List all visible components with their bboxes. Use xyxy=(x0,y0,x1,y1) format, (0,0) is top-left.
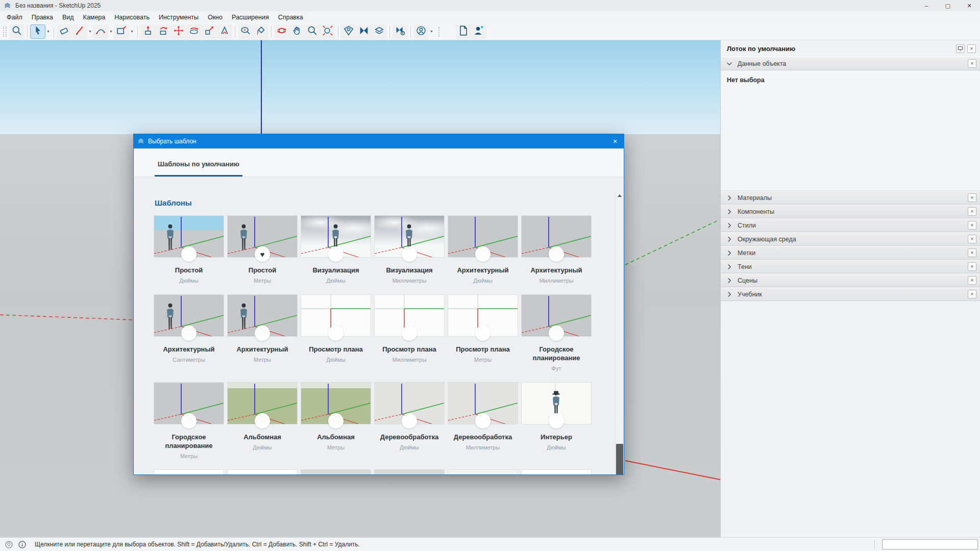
measurements-input[interactable] xyxy=(882,539,978,549)
favorite-button[interactable] xyxy=(255,325,270,341)
favorite-button[interactable] xyxy=(402,413,417,429)
scroll-up-button[interactable] xyxy=(616,191,624,199)
eraser-button[interactable] xyxy=(57,24,72,39)
tray-section-close-button[interactable]: × xyxy=(968,59,976,68)
template-card[interactable]: ПростойДюймы xyxy=(154,216,224,284)
toolbar-grip[interactable] xyxy=(438,27,452,37)
arc-button[interactable] xyxy=(93,24,108,39)
template-card[interactable]: Городское планированиеФут xyxy=(522,295,591,371)
template-card[interactable]: Просмотр планаМиллиметры xyxy=(375,295,444,363)
dropdown-caret-icon[interactable]: ▾ xyxy=(108,24,114,39)
favorite-button[interactable] xyxy=(475,325,491,341)
tray-section-close-button[interactable]: × xyxy=(968,290,976,298)
template-card[interactable]: ДеревообработкаМиллиметры xyxy=(448,383,518,450)
favorite-button[interactable] xyxy=(181,413,197,429)
account-button[interactable] xyxy=(413,24,429,39)
tray-section-close-button[interactable]: × xyxy=(968,193,976,202)
classifier-button[interactable] xyxy=(393,24,408,39)
tray-section-close-button[interactable]: × xyxy=(968,235,976,243)
zoom-button[interactable] xyxy=(305,24,320,39)
offset-button[interactable] xyxy=(217,24,232,39)
tray-section-close-button[interactable]: × xyxy=(968,207,976,216)
paint-bucket-button[interactable] xyxy=(253,24,268,39)
new-document-button[interactable] xyxy=(456,24,471,39)
template-card[interactable]: ♥ПростойМетры xyxy=(228,216,297,284)
template-card[interactable]: АрхитектурныйМетры xyxy=(228,295,297,363)
geolocation-icon[interactable] xyxy=(5,540,13,549)
tray-section-close-button[interactable]: × xyxy=(968,276,976,285)
rotate-button[interactable] xyxy=(186,24,202,39)
dialog-close-button[interactable]: × xyxy=(606,134,624,148)
select-button[interactable] xyxy=(30,24,45,39)
menu-item-7[interactable]: Расширения xyxy=(227,12,274,22)
minimize-button[interactable]: – xyxy=(916,0,937,11)
template-card[interactable]: АльбомнаяДюймы xyxy=(228,383,297,450)
follow-me-button[interactable] xyxy=(156,24,171,39)
tray-section-header[interactable]: Сцены× xyxy=(721,273,980,287)
tray-section-close-button[interactable]: × xyxy=(968,221,976,230)
template-card[interactable]: АрхитектурныйСантиметры xyxy=(154,295,224,363)
tape-measure-button[interactable] xyxy=(238,24,253,39)
menu-item-5[interactable]: Инструменты xyxy=(154,12,203,22)
move-button[interactable] xyxy=(171,24,186,39)
favorite-button[interactable] xyxy=(475,413,491,429)
info-icon[interactable] xyxy=(18,540,27,549)
dropdown-caret-icon[interactable]: ▾ xyxy=(129,24,135,39)
favorite-button[interactable] xyxy=(475,246,491,262)
favorite-button[interactable] xyxy=(181,325,197,341)
template-card[interactable]: ИнтерьерДюймы xyxy=(522,383,591,450)
zoom-extents-button[interactable] xyxy=(320,24,335,39)
rectangle-button[interactable] xyxy=(114,24,129,39)
section-display-button[interactable] xyxy=(372,24,387,39)
favorite-button[interactable] xyxy=(549,413,564,429)
orbit-button[interactable] xyxy=(274,24,289,39)
template-card[interactable]: ВизуализацияДюймы xyxy=(301,216,371,284)
scale-button[interactable] xyxy=(202,24,217,39)
favorite-button[interactable] xyxy=(402,325,417,341)
menu-item-8[interactable]: Справка xyxy=(274,12,308,22)
favorite-button[interactable] xyxy=(549,325,564,341)
template-card[interactable]: АрхитектурныйМиллиметры xyxy=(522,216,591,284)
tray-section-header[interactable]: Компоненты× xyxy=(721,205,980,218)
template-card[interactable]: Просмотр планаМетры xyxy=(448,295,518,363)
menu-item-1[interactable]: Правка xyxy=(27,12,58,22)
favorite-button[interactable] xyxy=(328,413,344,429)
template-card[interactable]: АрхитектурныйДюймы xyxy=(448,216,518,284)
menu-item-3[interactable]: Камера xyxy=(79,12,110,22)
template-card[interactable]: ВизуализацияМиллиметры xyxy=(375,216,444,284)
dialog-scrollbar[interactable] xyxy=(615,191,624,475)
tray-section-header[interactable]: Метки× xyxy=(721,246,980,260)
add-person-button[interactable] xyxy=(471,24,486,39)
menu-item-0[interactable]: Файл xyxy=(2,12,27,22)
tab-default-templates[interactable]: Шаблоны по умолчанию xyxy=(155,160,242,177)
favorite-button[interactable] xyxy=(402,246,417,262)
search-button[interactable] xyxy=(9,24,24,39)
pan-button[interactable] xyxy=(289,24,305,39)
favorite-button[interactable] xyxy=(255,413,270,429)
tray-section-header[interactable]: Стили× xyxy=(721,218,980,232)
menu-item-4[interactable]: Нарисовать xyxy=(110,12,154,22)
template-card[interactable]: Просмотр планаДюймы xyxy=(301,295,371,363)
favorite-button[interactable] xyxy=(549,246,564,262)
tray-pin-button[interactable] xyxy=(956,44,965,53)
pencil-button[interactable] xyxy=(72,24,87,39)
tray-section-close-button[interactable]: × xyxy=(968,248,976,257)
tray-section-header[interactable]: Материалы× xyxy=(721,191,980,205)
favorite-button[interactable] xyxy=(328,325,344,341)
menu-item-2[interactable]: Вид xyxy=(58,12,79,22)
scrollbar-thumb[interactable] xyxy=(616,444,623,475)
tray-close-button[interactable]: × xyxy=(967,44,976,53)
dropdown-caret-icon[interactable]: ▾ xyxy=(87,24,93,39)
template-card[interactable]: ДеревообработкаДюймы xyxy=(375,383,444,450)
favorite-button[interactable]: ♥ xyxy=(255,246,270,262)
favorite-button[interactable] xyxy=(328,246,344,262)
tray-section-close-button[interactable]: × xyxy=(968,262,976,271)
section-plane-button[interactable] xyxy=(341,24,356,39)
template-card[interactable]: АльбомнаяМетры xyxy=(301,383,371,450)
tray-section-header[interactable]: Тени× xyxy=(721,260,980,273)
menu-item-6[interactable]: Окно xyxy=(203,12,227,22)
dropdown-caret-icon[interactable]: ▾ xyxy=(45,24,51,39)
tray-section-header[interactable]: Окружающая среда× xyxy=(721,232,980,246)
tray-section-header[interactable]: Учебник× xyxy=(721,287,980,301)
template-card[interactable]: Городское планированиеМетры xyxy=(154,383,224,459)
